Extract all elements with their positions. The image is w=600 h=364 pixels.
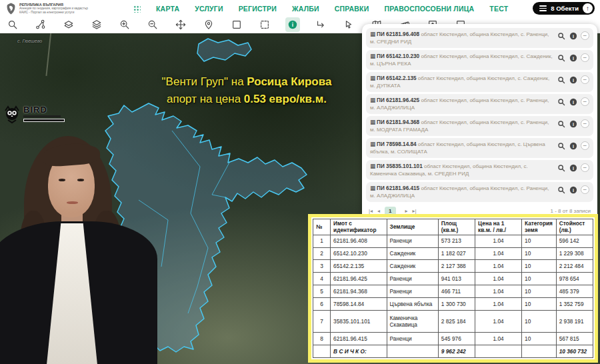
svg-text:i: i [573, 143, 574, 148]
parcel-info-icon[interactable]: i [569, 75, 577, 84]
caption-overlay: "Венти Груп" на Росица Кирова апорт на ц… [137, 73, 357, 109]
coat-of-arms-icon [5, 2, 17, 15]
person-photo [0, 136, 145, 364]
parcel-list-item[interactable]: ▦ПИ 62181.94.368 област Кюстендил, общин… [366, 116, 593, 136]
nav-pravosposobni-litsa[interactable]: ПРАВОСПОСОБНИ ЛИЦА [384, 5, 474, 13]
grid-icon: ▦ [370, 141, 375, 147]
map-place-label: с. Гюешево [17, 39, 42, 43]
table-row: 162181.96.408Раненци573 2131.0410596 142 [313, 235, 593, 247]
valuation-table-card: №Имот с идентификаторЗемлищеПлощ (кв.м.)… [308, 214, 598, 363]
zoom-to-parcel-icon[interactable] [557, 119, 565, 128]
person-eye-left [59, 179, 65, 181]
remove-parcel-icon[interactable]: − [581, 163, 589, 172]
remove-parcel-icon[interactable]: − [581, 53, 589, 62]
parcel-list-item[interactable]: ▦ПИ 78598.14.84 област Кюстендил, община… [366, 138, 593, 158]
nav-test[interactable]: ТЕСТ [489, 5, 508, 13]
caption-line-1: "Венти Груп" на Росица Кирова [137, 73, 357, 91]
parcel-info-icon[interactable]: i [569, 163, 577, 172]
parcel-info-icon[interactable]: i [569, 185, 577, 194]
parcel-list-item[interactable]: ▦ПИ 62181.96.425 област Кюстендил, общин… [366, 94, 593, 114]
svg-text:i: i [573, 33, 574, 38]
rect-select-icon[interactable] [229, 17, 244, 32]
bird-logo-subtitle-strip [23, 119, 65, 122]
svg-text:i: i [292, 21, 293, 28]
zoom-in-icon[interactable] [117, 17, 132, 32]
remove-parcel-icon[interactable]: − [581, 141, 589, 150]
agency-logo[interactable]: РЕПУБЛИКА БЪЛГАРИЯ Агенция по геодезия, … [5, 2, 88, 15]
bird-logo: BIRD [3, 105, 65, 124]
parcel-list-item[interactable]: ▦ПИ 65142.2.135 област Кюстендил, община… [366, 72, 593, 92]
zoom-to-parcel-icon[interactable] [557, 31, 565, 40]
collapse-arrow-icon[interactable]: ↑ [583, 3, 593, 13]
basemap-icon[interactable] [61, 17, 76, 32]
svg-text:i: i [573, 77, 574, 82]
parcel-list-item[interactable]: ▦ПИ 65142.10.230 област Кюстендил, общин… [366, 50, 593, 70]
nav-registri[interactable]: РЕГИСТРИ [239, 5, 277, 13]
col-header: Землище [387, 219, 438, 235]
nav-uslugi[interactable]: УСЛУГИ [195, 5, 223, 13]
zoom-to-parcel-icon[interactable] [557, 163, 565, 172]
table-row: 365142.2.135Сажденик2 127 3881.04102 212… [313, 260, 593, 273]
zoom-to-parcel-icon[interactable] [557, 141, 565, 150]
parcel-item-text: ▦ПИ 62181.96.425 област Кюстендил, общин… [370, 97, 553, 111]
remove-parcel-icon[interactable]: − [581, 31, 589, 40]
svg-text:i: i [573, 121, 574, 126]
grid-icon: ▦ [370, 119, 375, 125]
app-window: с. Гюешево "Венти Груп" на Росица Кирова… [0, 0, 600, 364]
remove-parcel-icon[interactable]: − [581, 97, 589, 106]
grid-icon: ▦ [370, 185, 375, 191]
parcel-item-text: ▦ПИ 62181.96.415 област Кюстендил, общин… [370, 185, 553, 199]
table-row: 462181.96.425Раненци941 0131.0410978 654 [313, 273, 593, 285]
layers-icon[interactable] [89, 17, 104, 32]
nav-karta[interactable]: КАРТА [156, 5, 179, 13]
objects-button[interactable]: 8 Обекти ↑ [533, 2, 595, 15]
col-header: Имот с идентификатор [331, 219, 387, 235]
route-nodes-icon[interactable] [33, 17, 48, 32]
svg-text:i: i [573, 55, 574, 60]
main-nav: КАРТАУСЛУГИРЕГИСТРИЖАЛБИСПРАВКИПРАВОСПОС… [133, 2, 595, 15]
valuation-table: №Имот с идентификаторЗемлищеПлощ (кв.м.)… [313, 219, 593, 358]
svg-text:i: i [573, 165, 574, 170]
pan-icon[interactable] [173, 17, 188, 32]
rect-dashed-icon[interactable] [257, 17, 272, 32]
table-row: 678598.14.84Цървена ябълка1 300 7301.041… [313, 297, 593, 310]
col-header: Площ (кв.м.) [438, 219, 475, 235]
parcel-info-icon[interactable]: i [569, 119, 577, 128]
remove-parcel-icon[interactable]: − [581, 75, 589, 84]
parcel-list-item[interactable]: ▦ПИ 35835.101.101 област Кюстендил, общи… [366, 160, 593, 180]
apps-grid-icon[interactable] [133, 5, 141, 13]
parcel-list-item[interactable]: ▦ПИ 62181.96.415 област Кюстендил, общин… [366, 182, 593, 202]
table-row: 862181.96.415Раненци545 9761.0410567 815 [313, 333, 593, 345]
person-mouth [67, 201, 78, 204]
zoom-to-parcel-icon[interactable] [557, 97, 565, 106]
zoom-out-icon[interactable] [145, 17, 160, 32]
pointer-select-icon[interactable] [341, 17, 356, 32]
parcel-item-text: ▦ПИ 78598.14.84 област Кюстендил, община… [370, 141, 553, 155]
zoom-to-parcel-icon[interactable] [557, 75, 565, 84]
location-pin-icon[interactable] [201, 17, 216, 32]
search-icon[interactable] [5, 17, 20, 32]
nav-zhalbi[interactable]: ЖАЛБИ [292, 5, 319, 13]
nav-spravki[interactable]: СПРАВКИ [335, 5, 369, 13]
bird-logo-subtitle-bar [23, 115, 61, 117]
parcel-info-icon[interactable]: i [569, 97, 577, 106]
grid-icon: ▦ [370, 53, 375, 59]
parcel-list-item[interactable]: ▦ПИ 62181.96.408 област Кюстендил, общин… [366, 28, 593, 48]
col-header: Стойност (лв.) [556, 219, 593, 235]
person-eye-right [77, 179, 84, 181]
table-row: 265142.10.230Сажденик1 182 0271.04101 22… [313, 247, 593, 260]
grid-icon: ▦ [370, 75, 375, 81]
parcel-info-icon[interactable]: i [569, 31, 577, 40]
parcel-info-icon[interactable]: i [569, 141, 577, 150]
info-icon[interactable]: i [285, 17, 300, 32]
parcel-info-icon[interactable]: i [569, 53, 577, 62]
grid-icon: ▦ [370, 97, 375, 103]
zoom-to-parcel-icon[interactable] [557, 185, 565, 194]
parcel-item-text: ▦ПИ 65142.10.230 област Кюстендил, общин… [370, 53, 553, 67]
remove-parcel-icon[interactable]: − [581, 185, 589, 194]
col-header: № [313, 219, 331, 235]
corner-arrow-icon[interactable] [313, 17, 328, 32]
objects-button-label: 8 Обекти [551, 5, 579, 12]
remove-parcel-icon[interactable]: − [581, 119, 589, 128]
zoom-to-parcel-icon[interactable] [557, 53, 565, 62]
